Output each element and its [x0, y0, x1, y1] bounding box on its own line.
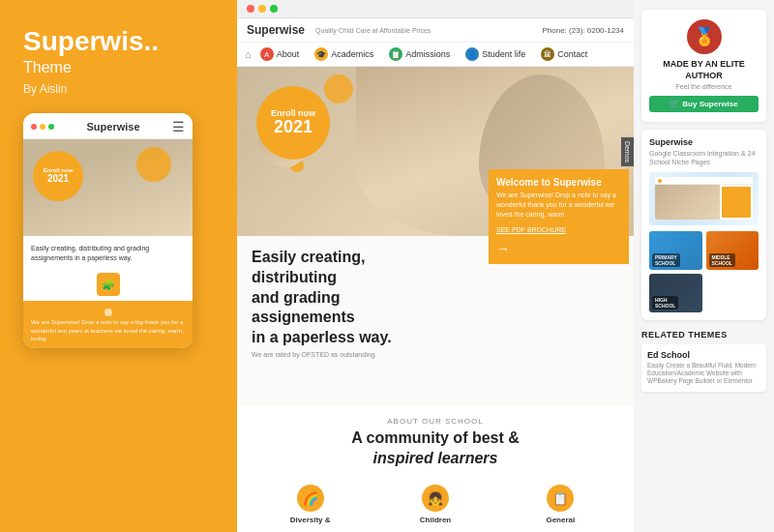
primary-school-label: PRIMARYSCHOOL [652, 253, 680, 267]
theme-info-card: Superwise Google Classroom Integration &… [641, 130, 766, 319]
related-card-title: Ed School [647, 350, 760, 360]
about-card-diversity: 🌈 Diversity & [252, 485, 369, 524]
mobile-dot-green [48, 124, 54, 130]
sw-hero-thumb [655, 185, 720, 220]
student-life-icon: 👤 [465, 47, 479, 61]
mobile-enroll-year: 2021 [47, 173, 69, 184]
mobile-orange-dot [104, 309, 112, 316]
mobile-puzzle-icon: 🧩 [97, 273, 120, 296]
hero-enroll-year: 2021 [274, 118, 313, 137]
theme-thumbnails: PRIMARYSCHOOL MIDDLESCHOOL HIGHSCHOOL [649, 231, 759, 312]
diversity-icon: 🌈 [297, 485, 324, 512]
welcome-arrow-icon: → [496, 241, 621, 256]
about-card-children: 👧 Children [376, 485, 493, 524]
about-icon: A [260, 47, 274, 61]
mobile-mockup: Superwise ☰ Enroll now 2021 Easily creat… [23, 113, 193, 348]
mobile-small-circle [136, 147, 171, 182]
tagline-line2: and grading assignements [252, 289, 355, 326]
theme-subtitle: Theme [23, 59, 72, 76]
browser-dot-yellow [258, 5, 266, 13]
left-panel: Superwis.. Theme By Aislin Superwise ☰ E… [0, 0, 237, 532]
theme-description: Google Classroom Integration & 24 School… [649, 149, 759, 166]
thumb-middle-school[interactable]: MIDDLESCHOOL [706, 231, 759, 270]
mobile-top-bar: Superwise ☰ [23, 113, 193, 139]
sw-yellow-block [722, 187, 752, 218]
about-label: About our School [252, 417, 619, 426]
sw-nav-dot [658, 179, 662, 183]
buy-button[interactable]: 🛒 Buy Superwise [649, 96, 759, 112]
hamburger-icon: ☰ [172, 119, 185, 134]
thumb-primary-school[interactable]: PRIMARYSCHOOL [649, 231, 702, 270]
mobile-tagline: Easily creating, distributing and gradin… [31, 244, 185, 263]
about-title-line2: inspired learners [373, 450, 498, 466]
tagline-line1: Easily creating, distributing [252, 249, 365, 285]
nav-item-academics[interactable]: 🎓 Academics [308, 45, 380, 63]
about-title: A community of best & inspired learners [252, 429, 619, 469]
site-logo: Superwise [247, 23, 305, 37]
mobile-brand: Superwise [86, 121, 139, 133]
demos-tab[interactable]: Demos [621, 136, 634, 165]
elite-badge: 🏅 MADE BY AN ELITE AUTHOR Feel the diffe… [641, 10, 766, 122]
related-themes-section: RELATED THEMES Ed School Easily Create a… [641, 330, 766, 392]
mobile-bottom-section: We are Superwise! Drop a note to say a b… [23, 301, 193, 347]
site-nav-bar: Superwise Quality Child Care at Affordab… [237, 18, 634, 43]
welcome-title: Welcome to Superwise [496, 177, 621, 188]
mobile-welcome-text: We are Superwise! Drop a note to say a b… [31, 318, 185, 342]
nav-items: ⌂ A About 🎓 Academics 📋 Admissions 👤 Stu… [237, 43, 634, 67]
academics-icon: 🎓 [314, 47, 328, 61]
related-card-desc: Easily Create a Beautiful Fluid, Modern … [647, 362, 760, 386]
general-icon: 📋 [547, 485, 574, 512]
tagline-line3: in a paperless way. [252, 329, 392, 345]
about-title-line1: A community of best & [351, 429, 520, 446]
home-icon[interactable]: ⌂ [245, 48, 252, 60]
theme-name: Superwise [649, 137, 759, 147]
thumb-high-school[interactable]: HIGHSCHOOL [649, 274, 702, 312]
by-author: By Aislin [23, 82, 67, 96]
high-school-label: HIGHSCHOOL [652, 296, 678, 310]
middle-school-label: MIDDLESCHOOL [709, 253, 735, 267]
cart-icon: 🛒 [670, 100, 679, 108]
children-label: Children [376, 516, 493, 524]
middle-panel: Superwise Quality Child Care at Affordab… [237, 0, 634, 532]
elite-title: MADE BY AN ELITE AUTHOR [649, 59, 759, 81]
mobile-content: Easily creating, distributing and gradin… [23, 236, 193, 269]
hero-orange-circle [324, 74, 353, 103]
site-logo-sub: Quality Child Care at Affordable Prices [315, 27, 431, 34]
admissions-icon: 📋 [389, 47, 402, 61]
welcome-text: We are Superwise! Drop a note to say a w… [496, 191, 621, 219]
about-card-general: 📋 General [502, 485, 619, 524]
children-icon: 👧 [422, 485, 449, 512]
elite-subtitle: Feel the difference [649, 83, 759, 90]
brochure-link[interactable]: SEE PDF BROCHURE [496, 226, 566, 234]
superwise-thumb-inner [655, 177, 754, 220]
mobile-dot-yellow [40, 124, 45, 130]
browser-dot-green [270, 5, 278, 13]
right-panel: 🏅 MADE BY AN ELITE AUTHOR Feel the diffe… [634, 0, 774, 532]
site-phone: Phone: (23): 0200-1234 [542, 26, 624, 35]
welcome-box: Welcome to Superwise We are Superwise! D… [489, 169, 629, 264]
theme-title: Superwis.. [23, 27, 159, 57]
mobile-icon-row: 🧩 [23, 268, 193, 301]
about-cards: 🌈 Diversity & 👧 Children 📋 General [237, 477, 634, 532]
rated-text: We are rated by OFSTED as outstanding. [252, 351, 619, 358]
related-card-edschool[interactable]: Ed School Easily Create a Beautiful Flui… [641, 344, 766, 392]
buy-label: Buy Superwise [682, 100, 737, 108]
nav-item-about[interactable]: A About [253, 45, 307, 63]
general-label: General [502, 516, 619, 524]
sw-content-area [655, 185, 754, 220]
site-tagline: Easily creating, distributing and gradin… [252, 248, 445, 348]
nav-item-student-life[interactable]: 👤 Student life [459, 45, 532, 63]
sw-nav-bar [655, 177, 754, 185]
nav-item-admissions[interactable]: 📋 Admissions [382, 45, 457, 63]
hero-enroll-circle: Enroll now 2021 [256, 86, 330, 160]
superwise-preview [649, 172, 759, 225]
medal-icon: 🏅 [687, 19, 722, 54]
browser-dots [247, 5, 278, 13]
diversity-label: Diversity & [252, 516, 369, 524]
mobile-enroll-circle: Enroll now 2021 [33, 151, 83, 201]
browser-dot-red [247, 5, 254, 13]
mobile-dots [31, 124, 54, 130]
mobile-dot-red [31, 124, 37, 130]
nav-item-contact[interactable]: 🏛 Contact [534, 45, 594, 63]
contact-icon: 🏛 [541, 47, 554, 61]
